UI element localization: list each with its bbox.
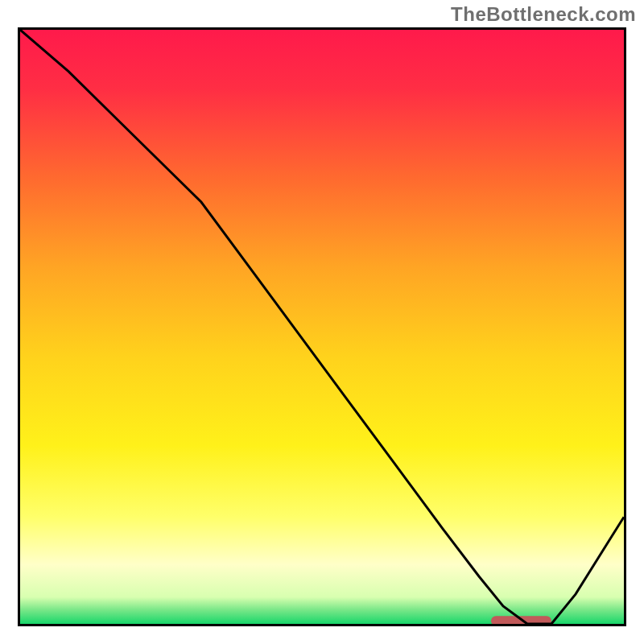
gradient-background — [20, 30, 624, 624]
chart-frame: TheBottleneck.com — [0, 0, 644, 644]
watermark-text: TheBottleneck.com — [451, 3, 636, 26]
bottleneck-chart — [20, 30, 624, 624]
